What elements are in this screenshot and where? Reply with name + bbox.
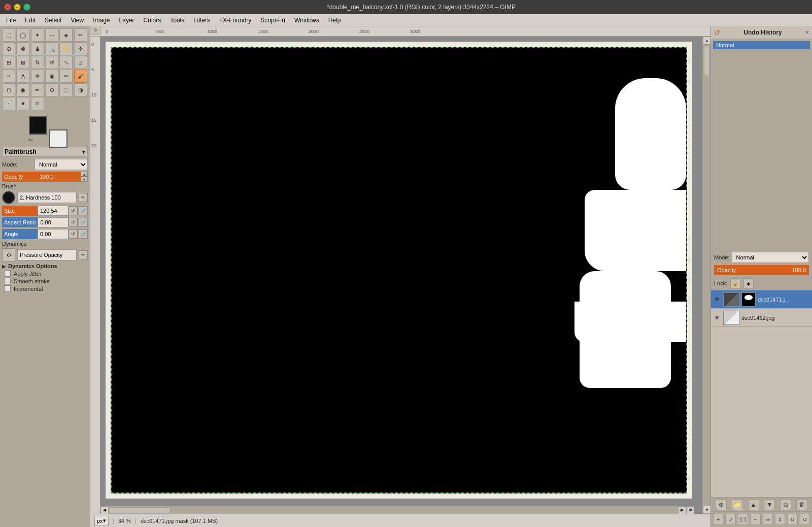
- lock-pixels-button[interactable]: 🔒: [730, 278, 740, 288]
- convolve-tool[interactable]: ≋: [31, 97, 44, 110]
- rotate-ccw-button[interactable]: ↺: [800, 514, 810, 525]
- rotate-cw-button[interactable]: ↻: [787, 514, 797, 525]
- dynamics-icon[interactable]: ⚙: [2, 248, 15, 261]
- shear-tool[interactable]: ⊿: [74, 56, 87, 69]
- menu-script-fu[interactable]: Script-Fu: [256, 16, 289, 25]
- angle-value[interactable]: 0.00: [38, 229, 69, 239]
- undo-item-normal[interactable]: Normal: [713, 41, 810, 49]
- brush-preview[interactable]: [2, 191, 15, 204]
- layer-1-visibility-icon[interactable]: 👁: [713, 314, 721, 322]
- ellipse-select-tool[interactable]: ◯: [16, 28, 29, 42]
- vscrollbar[interactable]: ▲ ▼: [702, 37, 710, 514]
- hscrollbar[interactable]: ◀ ▶ ⊕: [100, 506, 694, 514]
- heal-tool[interactable]: ✙: [31, 70, 44, 83]
- vscroll-thumb[interactable]: [704, 46, 709, 76]
- angle-reset-button[interactable]: ↺: [69, 229, 78, 239]
- new-layer-group-button[interactable]: 📁: [732, 499, 743, 510]
- layers-mode-select[interactable]: Normal: [732, 252, 809, 263]
- menu-layer[interactable]: Layer: [115, 16, 139, 25]
- scissors-select-tool[interactable]: ✂: [74, 28, 87, 42]
- flip-vertical-button[interactable]: ⇕: [775, 514, 785, 525]
- opacity-spinner[interactable]: ▲ ▼: [81, 172, 88, 182]
- apply-jitter-checkbox[interactable]: [4, 270, 11, 277]
- swap-colors-icon[interactable]: ⇆: [29, 138, 33, 143]
- rotate-tool[interactable]: ↺: [45, 56, 58, 69]
- layers-opacity-bar[interactable]: Opacity 100.0: [714, 265, 809, 275]
- layer-item-0[interactable]: 👁 dsc01471.j...: [711, 290, 812, 309]
- aspect-ratio-reset-button[interactable]: ↺: [69, 218, 78, 227]
- vscroll-up-button[interactable]: ▲: [703, 37, 710, 45]
- vscroll-track[interactable]: [703, 45, 710, 506]
- free-select-tool[interactable]: ✦: [31, 28, 44, 42]
- menu-image[interactable]: Image: [89, 16, 114, 25]
- lower-layer-button[interactable]: ▼: [764, 499, 775, 510]
- opacity-down-button[interactable]: ▼: [81, 177, 88, 182]
- menu-colors[interactable]: Colors: [140, 16, 165, 25]
- clone-tool[interactable]: ⊙: [45, 83, 58, 96]
- layer-0-visibility-icon[interactable]: 👁: [713, 295, 721, 304]
- foreground-select-tool[interactable]: ⊕: [2, 42, 15, 55]
- new-layer-from-visible-button[interactable]: ⊕: [716, 499, 727, 510]
- menu-fx-foundry[interactable]: FX-Foundry: [215, 16, 255, 25]
- zoom-100-button[interactable]: 1:1: [738, 514, 748, 525]
- flip-horizontal-button[interactable]: ⇔: [763, 514, 773, 525]
- select-by-color-tool[interactable]: ◈: [59, 28, 73, 42]
- zoom-in-button[interactable]: +: [713, 514, 723, 525]
- canvas-viewport[interactable]: ◀ ▶ ⊕: [100, 37, 702, 514]
- fuzzy-select-2-tool[interactable]: ⊗: [16, 42, 29, 55]
- hscroll-left-button[interactable]: ◀: [100, 506, 109, 514]
- zoom-out-button[interactable]: −: [750, 514, 760, 525]
- opacity-up-button[interactable]: ▲: [81, 172, 88, 177]
- layer-item-1[interactable]: 👁 dsc01462.jpg: [711, 309, 812, 327]
- mode-select[interactable]: Normal: [35, 159, 88, 170]
- size-value[interactable]: 120.54: [38, 206, 69, 216]
- size-link-button[interactable]: 🔗: [79, 206, 88, 215]
- brush-name-box[interactable]: 2. Hardness 100: [17, 192, 77, 203]
- paths-tool[interactable]: ♟: [31, 42, 44, 55]
- size-reset-button[interactable]: ↺: [69, 206, 78, 215]
- tool-options-menu-icon[interactable]: ▾: [82, 149, 85, 155]
- menu-view[interactable]: View: [66, 16, 88, 25]
- menu-edit[interactable]: Edit: [21, 16, 40, 25]
- menu-file[interactable]: File: [2, 16, 20, 25]
- vscroll-down-button[interactable]: ▼: [703, 506, 710, 514]
- color-picker-tool[interactable]: 💉: [2, 97, 15, 110]
- foreground-color[interactable]: [29, 116, 47, 135]
- hscroll-track[interactable]: [109, 506, 678, 514]
- perspective-tool[interactable]: ⌗: [2, 70, 15, 83]
- transform-tool[interactable]: ⊠: [16, 56, 29, 69]
- aspect-ratio-value[interactable]: 0.00: [38, 217, 69, 227]
- close-button[interactable]: ×: [4, 4, 11, 11]
- blend-tool[interactable]: ▣: [45, 70, 58, 83]
- menu-help[interactable]: Help: [324, 16, 345, 25]
- ink-tool[interactable]: ✒: [31, 83, 44, 96]
- window-controls[interactable]: × − □: [4, 4, 30, 11]
- aspect-ratio-link-button[interactable]: 🔗: [79, 218, 88, 227]
- pencil-tool[interactable]: ✏: [59, 70, 73, 83]
- rect-select-tool[interactable]: ⬚: [2, 28, 15, 42]
- background-color[interactable]: [49, 129, 67, 148]
- bucket-fill-tool[interactable]: ▼: [16, 97, 29, 110]
- duplicate-layer-button[interactable]: ⧉: [780, 499, 791, 510]
- scale-tool[interactable]: ⤡: [59, 56, 73, 69]
- undo-panel-close-button[interactable]: ×: [805, 29, 809, 36]
- menu-select[interactable]: Select: [41, 16, 65, 25]
- measure-tool[interactable]: 📏: [59, 42, 73, 55]
- airbrush-tool[interactable]: ◉: [16, 83, 29, 96]
- canvas-image[interactable]: [111, 47, 687, 493]
- text-tool[interactable]: A: [16, 70, 29, 83]
- eraser-tool[interactable]: ◻: [2, 83, 15, 96]
- angle-link-button[interactable]: 🔗: [79, 229, 88, 239]
- paintbrush-tool[interactable]: 🖌: [74, 70, 87, 83]
- flip-tool[interactable]: ⇅: [31, 56, 44, 69]
- menu-tools[interactable]: Tools: [166, 16, 188, 25]
- maximize-button[interactable]: □: [23, 4, 30, 11]
- incremental-checkbox[interactable]: [4, 285, 11, 292]
- unit-dropdown-icon[interactable]: ▾: [103, 517, 106, 524]
- move-tool[interactable]: ✛: [74, 42, 87, 55]
- menu-filters[interactable]: Filters: [189, 16, 214, 25]
- brush-edit-button[interactable]: ✏: [79, 193, 88, 202]
- menu-windows[interactable]: Windows: [290, 16, 323, 25]
- zoom-fit-button[interactable]: ⤢: [725, 514, 735, 525]
- color-swatch-area[interactable]: ⇆: [0, 114, 90, 145]
